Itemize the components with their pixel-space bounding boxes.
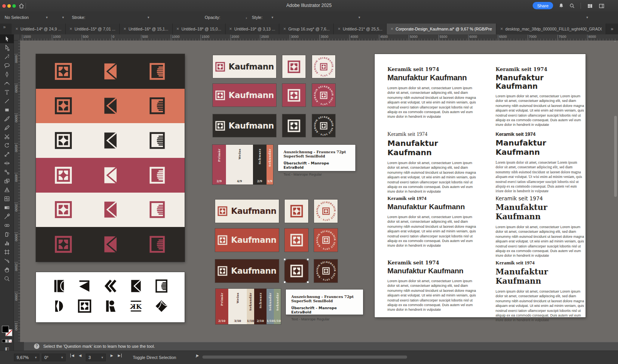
selection-handle[interactable] — [284, 281, 286, 283]
slice-tool-icon[interactable] — [0, 256, 14, 265]
kaufmann-wordmark-lockup[interactable]: Kaufmann — [215, 259, 279, 283]
kaufmann-wordmark-lockup[interactable]: Kaufmann — [215, 229, 279, 252]
logo-band-row-3[interactable] — [36, 158, 185, 193]
paintbrush-tool-icon[interactable] — [0, 114, 14, 123]
logo-band-row-2[interactable] — [36, 123, 185, 158]
logo-explorations-artboard[interactable]: KK — [36, 272, 185, 322]
magic-wand-tool-icon[interactable] — [0, 52, 14, 61]
previous-artboard-icon[interactable]: ◀ — [79, 354, 81, 357]
zoom-tool-icon[interactable] — [0, 274, 14, 283]
logo-mark-k-round-joint[interactable] — [104, 299, 117, 315]
logo-mark-k-chevron-square[interactable] — [129, 279, 143, 295]
column-graph-tool-icon[interactable] — [0, 239, 14, 247]
kaufmann-badge-tile[interactable]: KERAMIK SEIT 1974 · KERAMIK SEIT 1974 · — [314, 259, 338, 283]
selection-tool-icon[interactable] — [0, 34, 14, 43]
color-palette-card-2[interactable]: Primär 2/10Weiss 3/10Sekundär 1/10Schwar… — [216, 289, 281, 324]
mesh-tool-icon[interactable] — [0, 194, 14, 203]
kaufmann-icon-tile[interactable] — [282, 55, 306, 78]
search-icon[interactable] — [569, 2, 576, 9]
symbol-sprayer-tool-icon[interactable] — [0, 230, 14, 239]
text-specimen-block-v7[interactable]: Keramik seit 1974 Manufaktur Kaufmann Lo… — [387, 260, 477, 312]
artboard-tool-icon[interactable] — [0, 247, 14, 256]
palette-bar-sekundär[interactable]: Sekundär 1/10 — [247, 289, 254, 324]
scissors-tool-icon[interactable] — [0, 132, 14, 141]
type-tool-icon[interactable] — [0, 88, 14, 97]
stroke-chevron-down-icon[interactable]: ▾ — [62, 15, 64, 19]
line-segment-tool-icon[interactable] — [0, 97, 14, 105]
artboard-number-field[interactable]: 3▾ — [86, 354, 106, 361]
logo-mark-diamond-tile[interactable] — [78, 299, 92, 315]
text-specimen-block-v1[interactable]: Keramik seit 1974 Manufaktur Kaufmann Lo… — [387, 66, 477, 119]
shape-builder-tool-icon[interactable] — [0, 176, 14, 185]
logo-band-row-0[interactable] — [36, 54, 185, 89]
share-button[interactable]: Share — [533, 2, 553, 9]
logo-mark-ce-striped-disc[interactable] — [154, 279, 168, 295]
vertical-scrollbar[interactable] — [614, 56, 617, 326]
zoom-level-field[interactable]: 9,67%▾ — [14, 354, 39, 361]
logo-band-row-1[interactable] — [36, 89, 185, 124]
document-tab-2[interactable]: ×Untitled–16* @ 15,1... — [120, 24, 173, 34]
document-tab-8[interactable]: ×desktop_mac_38dp_000000_FILL0_wght400_G… — [496, 24, 606, 34]
logo-band-row-5[interactable] — [36, 227, 185, 262]
curvature-tool-icon[interactable] — [0, 79, 14, 88]
snap-chevron-down-icon[interactable]: ▾ — [358, 15, 360, 19]
logo-mark-k-double-chevron[interactable] — [104, 279, 117, 295]
kaufmann-wordmark-lockup[interactable]: Kaufmann — [213, 114, 276, 137]
kaufmann-badge-tile[interactable]: KERAMIK SEIT 1974 · KERAMIK SEIT 1974 · — [314, 200, 338, 223]
rotate-tool-icon[interactable] — [0, 141, 14, 150]
kaufmann-badge-tile[interactable]: KERAMIK SEIT 1974 · KERAMIK SEIT 1974 · — [314, 229, 338, 252]
tab-close-icon[interactable]: × — [283, 27, 286, 31]
tab-close-icon[interactable]: × — [15, 27, 18, 31]
document-tab-5[interactable]: ×Group 16.svg* @ 7,6... — [279, 24, 334, 34]
text-specimen-block-v6[interactable]: Keramik seit 1974 Manufaktur Kaufmann Lo… — [496, 195, 586, 258]
gradient-tool-icon[interactable] — [0, 203, 14, 212]
logo-mark-kk-frame[interactable]: KK — [129, 299, 143, 315]
logo-mark-k-bar-curve[interactable] — [52, 279, 66, 295]
palette-bar-sekundär[interactable]: Sekundär 1/10 — [274, 289, 281, 324]
palette-bar-weiss[interactable]: Weiss 3/10 — [228, 289, 247, 324]
palette-bar-sekundär[interactable]: Sekundär 1/10 — [267, 289, 273, 324]
tab-close-icon[interactable]: × — [390, 27, 393, 31]
logo-mark-diamond-rotated[interactable] — [154, 299, 168, 315]
kaufmann-badge-tile[interactable]: KERAMIK SEIT 1974 · KERAMIK SEIT 1974 · — [312, 55, 335, 78]
notifications-bell-icon[interactable] — [558, 2, 565, 9]
ruler-corner[interactable] — [14, 34, 20, 41]
free-transform-tool-icon[interactable] — [0, 168, 14, 176]
typography-card-2[interactable]: Auszeichnung - Fraunces 72pt SuperSoft S… — [286, 290, 363, 315]
text-specimen-block-v4[interactable]: Keramik seit 1974 Manufaktur Kaufmann Lo… — [496, 131, 586, 194]
color-button[interactable] — [2, 339, 5, 343]
kaufmann-wordmark-lockup[interactable]: Kaufmann — [213, 55, 276, 78]
tab-close-icon[interactable]: × — [70, 27, 72, 31]
gradient-button[interactable] — [5, 339, 9, 343]
vertical-scrollbar-thumb[interactable] — [614, 116, 617, 197]
kaufmann-icon-tile[interactable] — [285, 229, 308, 252]
document-tab-0[interactable]: ×Untitled–14* @ 24,9 ... — [12, 24, 66, 34]
panel-toggle-icon[interactable] — [598, 2, 605, 9]
tab-close-icon[interactable]: × — [229, 27, 232, 31]
rectangle-tool-icon[interactable] — [0, 105, 14, 114]
fill-chevron-down-icon[interactable]: ▾ — [46, 15, 48, 19]
kaufmann-icon-tile[interactable] — [282, 114, 306, 137]
pen-tool-icon[interactable] — [0, 70, 14, 79]
scroll-up-arrow-icon[interactable]: ⌃ — [613, 41, 616, 44]
logo-mark-k-triangle[interactable] — [78, 279, 92, 295]
text-specimen-block-v5[interactable]: Keramik seit 1974 Manufaktur Kaufmann Lo… — [387, 195, 477, 248]
selection-handle[interactable] — [307, 281, 309, 283]
eyedropper-tool-icon[interactable] — [0, 212, 14, 221]
document-tab-1[interactable]: ×Untitled–15* @ 7,01 ... — [66, 24, 120, 34]
palette-bar-schwarz[interactable]: Schwarz 2/9 — [253, 145, 267, 185]
kaufmann-icon-tile[interactable] — [282, 84, 306, 107]
selection-handle[interactable] — [307, 258, 309, 261]
kaufmann-icon-tile[interactable] — [285, 200, 308, 223]
rotation-field[interactable]: 0°▾ — [42, 354, 66, 361]
text-specimen-block-v2[interactable]: Keramik seit 1974 Manufaktur Kaufmann Lo… — [496, 66, 586, 127]
shaper-tool-icon[interactable] — [0, 123, 14, 132]
brush-chevron-down-icon[interactable]: ▾ — [148, 15, 149, 19]
hand-tool-icon[interactable] — [0, 265, 14, 274]
workspace-switcher-icon[interactable] — [586, 2, 593, 9]
palette-bar-weiss[interactable]: Weiss 4/9 — [226, 145, 253, 185]
fill-proxy-swatch[interactable] — [2, 326, 9, 333]
vertical-ruler[interactable]: 6000550050004500400035003000250020001500 — [14, 41, 20, 342]
palette-bar-primär[interactable]: Primär 2/9 — [212, 145, 226, 185]
palette-bar-sekundär[interactable]: Sekundär 1/9 — [267, 145, 273, 185]
